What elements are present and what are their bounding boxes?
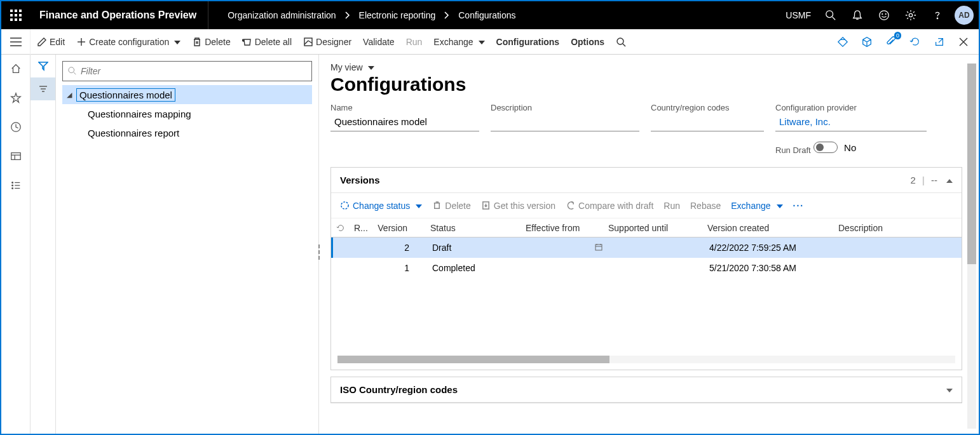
field-provider: Configuration provider Litware, Inc. Run… xyxy=(775,103,927,156)
iso-panel-header[interactable]: ISO Country/region codes xyxy=(331,377,962,403)
download-icon xyxy=(481,201,491,210)
field-label: Name xyxy=(330,103,479,112)
svg-rect-1 xyxy=(15,10,17,12)
tree-filter-field[interactable] xyxy=(81,66,306,76)
rundraft-toggle[interactable] xyxy=(813,142,838,153)
module-icon[interactable] xyxy=(1,147,31,165)
vertical-scrollbar[interactable] xyxy=(967,64,976,429)
edit-button[interactable]: Edit xyxy=(37,37,65,47)
tree-pane: ◢ Questionnaires model Questionnaires ma… xyxy=(56,55,319,434)
breadcrumb: Organization administration Electronic r… xyxy=(208,10,515,20)
designer-icon xyxy=(303,37,313,47)
box-icon[interactable] xyxy=(858,33,876,51)
col-r[interactable]: R... xyxy=(350,223,369,233)
company-label[interactable]: USMF xyxy=(779,10,817,20)
diamond-icon[interactable] xyxy=(834,33,852,51)
svg-rect-3 xyxy=(10,14,13,17)
tree-item-label: Questionnaires mapping xyxy=(85,108,194,120)
breadcrumb-item[interactable]: Organization administration xyxy=(228,10,336,20)
get-version-button[interactable]: Get this version xyxy=(481,201,555,211)
options-tab[interactable]: Options xyxy=(571,37,604,47)
versions-title: Versions xyxy=(340,175,380,185)
tree-item-questionnaires-mapping[interactable]: Questionnaires mapping xyxy=(62,104,312,123)
validate-button[interactable]: Validate xyxy=(363,37,395,47)
country-input[interactable] xyxy=(651,115,764,131)
popout-icon[interactable] xyxy=(930,33,948,51)
breadcrumb-item[interactable]: Electronic reporting xyxy=(359,10,436,20)
clock-icon[interactable] xyxy=(1,118,31,136)
breadcrumb-item[interactable]: Configurations xyxy=(458,10,515,20)
provider-link[interactable]: Litware, Inc. xyxy=(775,115,927,131)
star-icon[interactable] xyxy=(1,89,31,107)
app-launcher-icon[interactable] xyxy=(1,1,31,29)
change-status-button[interactable]: Change status xyxy=(340,201,422,211)
svg-rect-6 xyxy=(10,18,13,21)
refresh-icon[interactable] xyxy=(906,33,924,51)
avatar[interactable]: AD xyxy=(955,6,974,25)
svg-rect-8 xyxy=(19,18,22,21)
attachment-icon[interactable]: 0 xyxy=(882,33,900,51)
name-input[interactable]: Questionnaires model xyxy=(330,115,479,131)
smile-icon[interactable] xyxy=(871,1,897,29)
splitter-handle[interactable] xyxy=(316,244,322,260)
list-icon[interactable] xyxy=(1,177,31,194)
chevron-down-icon[interactable] xyxy=(944,384,953,395)
close-icon[interactable] xyxy=(955,33,972,51)
version-exchange-button[interactable]: Exchange xyxy=(731,201,782,211)
svg-point-12 xyxy=(880,11,888,20)
filter-bars-icon[interactable] xyxy=(31,77,55,100)
run-button: Run xyxy=(406,37,423,47)
tree-item-questionnaires-report[interactable]: Questionnaires report xyxy=(62,123,312,142)
version-row[interactable]: 2 Draft 4/22/2022 7:59:25 AM xyxy=(331,238,962,258)
help-icon[interactable] xyxy=(924,1,951,29)
tree-item-questionnaires-model[interactable]: ◢ Questionnaires model xyxy=(62,85,312,104)
svg-rect-7 xyxy=(15,18,17,21)
version-row[interactable]: 1 Completed 5/21/2020 7:30:58 AM xyxy=(331,258,962,278)
action-search-icon[interactable] xyxy=(616,37,626,47)
col-supported[interactable]: Supported until xyxy=(604,223,704,233)
col-description[interactable]: Description xyxy=(834,223,962,233)
delete-all-button[interactable]: Delete all xyxy=(242,37,292,47)
compare-button[interactable]: Compare with draft xyxy=(566,201,653,211)
designer-button[interactable]: Designer xyxy=(303,37,351,47)
svg-line-23 xyxy=(304,41,308,44)
horizontal-scrollbar[interactable] xyxy=(337,356,955,363)
rebase-button: Rebase xyxy=(690,201,721,211)
delete-button[interactable]: Delete xyxy=(192,37,230,47)
bell-icon[interactable] xyxy=(844,1,871,29)
cell-effective[interactable] xyxy=(524,243,606,253)
versions-toolbar: Change status Delete Get this version Co… xyxy=(331,193,962,218)
funnel-icon[interactable] xyxy=(31,55,55,77)
refresh-column-icon[interactable] xyxy=(331,224,350,232)
version-delete-button[interactable]: Delete xyxy=(432,201,470,211)
exchange-button[interactable]: Exchange xyxy=(433,37,484,47)
app-title: Finance and Operations Preview xyxy=(31,1,208,29)
versions-panel-header[interactable]: Versions 2 | -- xyxy=(331,168,962,193)
svg-line-24 xyxy=(308,41,312,43)
svg-point-42 xyxy=(69,67,74,73)
hamburger-icon[interactable] xyxy=(1,29,31,55)
col-version[interactable]: Version xyxy=(369,223,426,233)
gear-icon[interactable] xyxy=(897,1,924,29)
tree-item-label: Questionnaires report xyxy=(85,127,182,139)
more-actions-button[interactable]: ··· xyxy=(793,201,805,211)
calendar-icon xyxy=(595,243,602,251)
search-icon[interactable] xyxy=(817,1,844,29)
configurations-tab[interactable]: Configurations xyxy=(496,37,560,47)
col-status[interactable]: Status xyxy=(426,223,522,233)
collapse-caret-icon[interactable]: ◢ xyxy=(62,91,76,99)
svg-point-44 xyxy=(341,202,348,209)
svg-point-37 xyxy=(11,188,13,189)
col-effective[interactable]: Effective from xyxy=(522,223,604,233)
field-name: Name Questionnaires model xyxy=(330,103,479,156)
description-input[interactable] xyxy=(491,115,639,131)
svg-rect-0 xyxy=(10,10,13,12)
tree-filter-input[interactable] xyxy=(62,61,312,81)
col-created[interactable]: Version created xyxy=(704,223,834,233)
home-icon[interactable] xyxy=(1,60,31,77)
versions-count: 2 xyxy=(910,175,915,185)
my-view-dropdown[interactable]: My view xyxy=(330,62,962,72)
chevron-up-icon[interactable] xyxy=(944,175,953,185)
create-configuration-button[interactable]: Create configuration xyxy=(76,37,180,47)
trash-icon xyxy=(192,37,202,47)
